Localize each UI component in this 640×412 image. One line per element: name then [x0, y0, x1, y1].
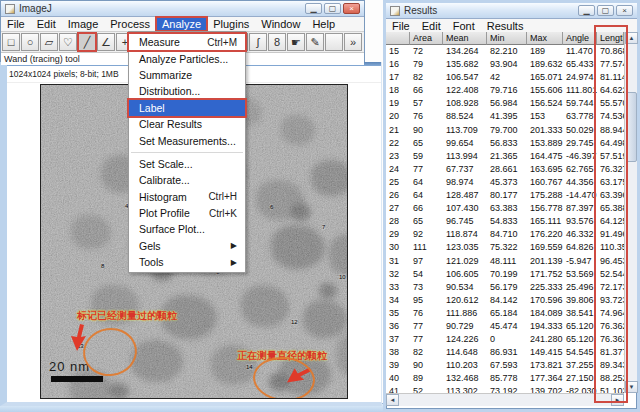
scroll-right-button[interactable]: ►	[611, 394, 624, 406]
imagej-titlebar[interactable]: ImageJ ▁ ▢ ×	[1, 1, 364, 17]
table-cell: 33	[386, 281, 410, 294]
table-row[interactable]: 4089132.46885.778177.36427.15088.252	[386, 372, 624, 385]
table-cell: 54.545	[563, 346, 597, 359]
table-cell: 73	[410, 281, 443, 294]
table-cell: 64.498	[597, 137, 624, 150]
table-row[interactable]: 2992118.87484.710176.22046.33291.496	[386, 228, 624, 241]
menu-item-clear-results[interactable]: Clear Results	[129, 116, 245, 132]
scroll-up-button[interactable]: ▲	[625, 32, 638, 44]
menubar-item-plugins[interactable]: Plugins	[207, 17, 255, 31]
results-maximize-button[interactable]: ▢	[597, 5, 614, 16]
table-row[interactable]: 3882114.64886.931149.41554.54581.377	[386, 346, 624, 359]
menubar-item-edit[interactable]: Edit	[31, 17, 62, 31]
table-cell: 156.778	[527, 202, 563, 215]
table-row[interactable]: 226599.65456.833153.88929.74564.498	[386, 137, 624, 150]
table-row[interactable]: 3576111.88665.184184.08938.54174.964	[386, 307, 624, 320]
results-menubar-item-file[interactable]: File	[386, 19, 416, 33]
table-cell: 65.388	[597, 202, 624, 215]
table-cell: 132.468	[443, 372, 487, 385]
menubar-item-process[interactable]: Process	[104, 17, 156, 31]
table-row[interactable]: 2664128.48780.177175.288-14.47063.396	[386, 189, 624, 202]
table-row[interactable]: 286596.74554.833165.11193.57664.125	[386, 215, 624, 228]
line-tool-icon[interactable]: ╱	[78, 33, 96, 51]
blank-tool-icon[interactable]	[325, 33, 343, 51]
menu-item-plot-profile[interactable]: Plot ProfileCtrl+K	[129, 205, 245, 221]
more-tools-button[interactable]: »	[344, 33, 362, 51]
table-cell: 74.964	[597, 307, 624, 320]
maximize-button[interactable]: ▢	[324, 3, 341, 14]
table-row[interactable]: 3990110.20367.593173.82137.25589.343	[386, 359, 624, 372]
table-cell: -46.397	[563, 150, 597, 163]
vertical-scroll-thumb[interactable]	[626, 92, 637, 162]
menu-item-histogram[interactable]: HistogramCtrl+H	[129, 189, 245, 205]
scroll-left-button[interactable]: ◄	[386, 394, 399, 406]
table-cell: 16	[386, 58, 410, 71]
results-menubar-item-font[interactable]: Font	[447, 19, 481, 33]
menu-item-summarize[interactable]: Summarize	[129, 67, 245, 83]
menu-item-label[interactable]: Label	[129, 100, 245, 116]
table-row[interactable]: 247767.73728.661163.69562.76576.327	[386, 163, 624, 176]
table-row[interactable]: 2359113.99421.365164.475-46.39757.519	[386, 150, 624, 163]
results-minimize-button[interactable]: ▁	[578, 5, 595, 16]
table-row[interactable]: 30111123.03575.322169.55964.826110.353	[386, 241, 624, 254]
scroll-down-button[interactable]: ▼	[625, 381, 638, 393]
menubar-item-window[interactable]: Window	[255, 17, 306, 31]
menubar-item-image[interactable]: Image	[62, 17, 105, 31]
particle-label: 12	[291, 319, 298, 325]
table-row[interactable]: 3495120.61284.142170.59639.80693.723	[386, 294, 624, 307]
close-button[interactable]: ×	[343, 3, 360, 14]
table-row[interactable]: 256498.97445.373160.76744.35663.175	[386, 176, 624, 189]
table-row[interactable]: 1866122.40879.716155.606111.80164.622	[386, 84, 624, 97]
table-row[interactable]: 1679135.68293.904189.63265.43377.574	[386, 58, 624, 71]
table-cell: 67.737	[443, 163, 487, 176]
table-row[interactable]: 337390.53456.179225.33325.49672.173	[386, 281, 624, 294]
menu-item-tools[interactable]: Tools▶	[129, 254, 245, 270]
menu-item-shortcut: Ctrl+K	[209, 208, 237, 219]
menu-item-calibrate[interactable]: Calibrate...	[129, 172, 245, 188]
rectangle-tool-icon[interactable]: □	[2, 33, 20, 51]
results-close-button[interactable]: ×	[616, 5, 633, 16]
dropper-tool-icon[interactable]: ✎	[306, 33, 324, 51]
menu-item-gels[interactable]: Gels▶	[129, 238, 245, 254]
table-row[interactable]: 1957108.92856.984156.52459.74455.570	[386, 97, 624, 110]
menu-item-measure[interactable]: MeasureCtrl+M	[129, 34, 245, 50]
menu-separator	[131, 152, 243, 153]
horizontal-scrollbar[interactable]: ◄ ►	[386, 393, 624, 406]
menu-item-surface-plot[interactable]: Surface Plot...	[129, 221, 245, 237]
table-cell: 113.709	[443, 124, 487, 137]
table-cell: 73.192	[487, 385, 527, 393]
table-row[interactable]: 367790.72945.474194.33365.12076.362	[386, 320, 624, 333]
wand-tool-icon[interactable]: ʃ	[249, 33, 267, 51]
table-row[interactable]: 2190113.70979.700201.33350.02988.944	[386, 124, 624, 137]
menubar-item-help[interactable]: Help	[306, 17, 341, 31]
vertical-scrollbar[interactable]: ▲ ▼	[624, 32, 637, 393]
menu-item-set-scale[interactable]: Set Scale...	[129, 156, 245, 172]
table-row[interactable]: 3777124.2260241.28065.12076.362	[386, 333, 624, 346]
results-titlebar[interactable]: Results ▁ ▢ ×	[386, 3, 637, 19]
hand-tool-icon[interactable]: ☛	[287, 33, 305, 51]
results-menubar-item-results[interactable]: Results	[481, 19, 530, 33]
table-row[interactable]: 1572134.26482.21018911.47070.868	[386, 45, 624, 58]
table-row[interactable]: 4152113.30273.192139.702-82.03051.103	[386, 385, 624, 393]
menu-item-set-measurements[interactable]: Set Measurements...	[129, 132, 245, 148]
oval-tool-icon[interactable]: ○	[21, 33, 39, 51]
table-cell: 54	[410, 268, 443, 281]
polygon-tool-icon[interactable]: ▱	[40, 33, 58, 51]
table-row[interactable]: 1782106.54742165.07124.97481.114	[386, 71, 624, 84]
table-cell: 59.744	[563, 97, 597, 110]
results-menubar-item-edit[interactable]: Edit	[416, 19, 447, 33]
minimize-button[interactable]: ▁	[305, 3, 322, 14]
table-cell: 194.333	[527, 320, 563, 333]
table-row[interactable]: 2766107.43063.383156.77887.39765.388	[386, 202, 624, 215]
table-row[interactable]: 207688.52441.39515363.77874.536	[386, 110, 624, 123]
magnifier-tool-icon[interactable]: 8	[268, 33, 286, 51]
submenu-arrow-icon: ▶	[231, 241, 237, 250]
menubar-item-file[interactable]: File	[1, 17, 31, 31]
table-row[interactable]: 3254106.60570.199171.75253.56952.544	[386, 268, 624, 281]
menu-item-analyze-particles[interactable]: Analyze Particles...	[129, 50, 245, 66]
table-row[interactable]: 3197121.02948.111201.139-5.94796.453	[386, 255, 624, 268]
menubar-item-analyze[interactable]: Analyze	[156, 17, 207, 31]
freehand-tool-icon[interactable]: ♡	[59, 33, 77, 51]
angle-tool-icon[interactable]: ∠	[97, 33, 115, 51]
menu-item-distribution[interactable]: Distribution...	[129, 83, 245, 99]
